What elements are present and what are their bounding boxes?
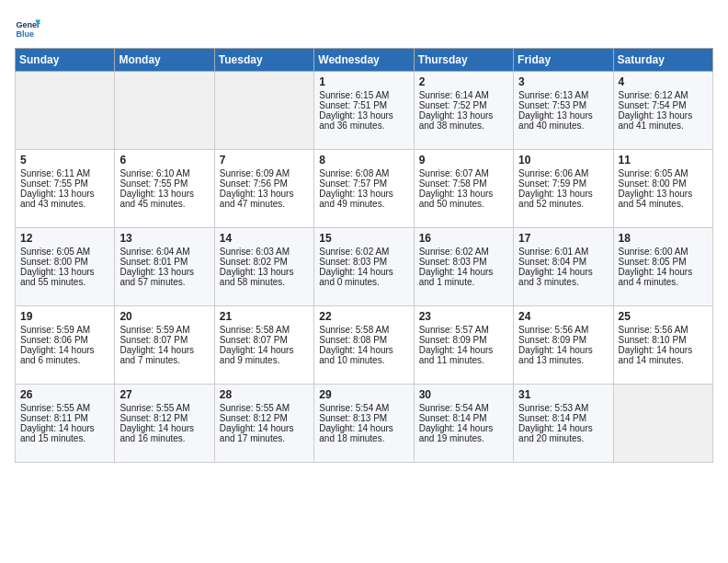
cell-text: and 3 minutes. (518, 277, 608, 287)
cell-text: Daylight: 13 hours (220, 189, 309, 199)
cell-text: Sunrise: 6:10 AM (119, 168, 209, 178)
calendar-cell (115, 72, 214, 150)
cell-text: Sunset: 8:09 PM (518, 335, 608, 345)
cell-text: Sunrise: 5:59 AM (119, 325, 209, 335)
cell-text: Sunrise: 5:56 AM (619, 325, 708, 335)
cell-text: and 0 minutes. (319, 277, 408, 287)
cell-text: Sunrise: 6:05 AM (20, 247, 109, 257)
cell-text: and 4 minutes. (619, 277, 708, 287)
day-number: 18 (619, 232, 708, 245)
cell-text: and 43 minutes. (20, 199, 109, 209)
cell-text: Daylight: 14 hours (419, 423, 508, 433)
cell-text: Sunrise: 6:05 AM (619, 168, 708, 178)
cell-text: Sunset: 7:51 PM (319, 100, 408, 110)
cell-text: Sunset: 8:08 PM (319, 335, 408, 345)
calendar-table: SundayMondayTuesdayWednesdayThursdayFrid… (15, 48, 713, 463)
cell-text: and 19 minutes. (419, 433, 508, 443)
cell-text: Daylight: 14 hours (419, 267, 508, 277)
cell-text: Daylight: 14 hours (20, 423, 109, 433)
day-number: 15 (319, 232, 408, 245)
calendar-cell: 22Sunrise: 5:58 AMSunset: 8:08 PMDayligh… (314, 306, 414, 385)
day-number: 28 (220, 388, 309, 401)
day-number: 8 (319, 154, 408, 167)
day-number: 21 (220, 310, 309, 323)
cell-text: Sunrise: 5:55 AM (220, 403, 309, 413)
cell-text: Daylight: 14 hours (119, 345, 209, 355)
cell-text: Sunset: 7:59 PM (518, 178, 608, 189)
calendar-cell: 13Sunrise: 6:04 AMSunset: 8:01 PMDayligh… (115, 228, 214, 306)
cell-text: Sunset: 7:54 PM (619, 100, 708, 110)
cell-text: Sunset: 8:02 PM (220, 257, 309, 267)
svg-text:Blue: Blue (16, 29, 34, 39)
calendar-cell: 19Sunrise: 5:59 AMSunset: 8:06 PMDayligh… (16, 306, 115, 385)
cell-text: Sunrise: 6:03 AM (220, 247, 309, 257)
day-number: 4 (619, 75, 708, 88)
cell-text: Sunrise: 5:58 AM (220, 325, 309, 335)
week-row-3: 12Sunrise: 6:05 AMSunset: 8:00 PMDayligh… (16, 228, 713, 306)
cell-text: and 9 minutes. (220, 355, 309, 365)
calendar-cell: 7Sunrise: 6:09 AMSunset: 7:56 PMDaylight… (214, 150, 313, 228)
calendar-cell: 20Sunrise: 5:59 AMSunset: 8:07 PMDayligh… (115, 306, 214, 385)
cell-text: Sunset: 7:58 PM (419, 178, 508, 189)
cell-text: and 15 minutes. (20, 433, 109, 443)
cell-text: Sunrise: 6:06 AM (518, 168, 608, 178)
calendar-cell: 30Sunrise: 5:54 AMSunset: 8:14 PMDayligh… (414, 385, 513, 463)
cell-text: Daylight: 14 hours (619, 345, 708, 355)
column-header-friday: Friday (514, 49, 613, 72)
calendar-cell: 8Sunrise: 6:08 AMSunset: 7:57 PMDaylight… (314, 150, 414, 228)
calendar-cell: 17Sunrise: 6:01 AMSunset: 8:04 PMDayligh… (514, 228, 613, 306)
cell-text: and 40 minutes. (518, 121, 608, 131)
calendar-cell: 16Sunrise: 6:02 AMSunset: 8:03 PMDayligh… (414, 228, 513, 306)
day-number: 30 (419, 388, 508, 401)
cell-text: and 17 minutes. (220, 433, 309, 443)
cell-text: and 10 minutes. (319, 355, 408, 365)
day-number: 3 (518, 75, 608, 88)
calendar-cell: 2Sunrise: 6:14 AMSunset: 7:52 PMDaylight… (414, 72, 513, 150)
cell-text: Sunset: 8:12 PM (220, 413, 309, 423)
cell-text: Sunrise: 5:53 AM (518, 403, 608, 413)
cell-text: Daylight: 13 hours (319, 189, 408, 199)
cell-text: Daylight: 13 hours (619, 110, 708, 121)
day-number: 9 (419, 154, 508, 167)
cell-text: Sunrise: 5:58 AM (319, 325, 408, 335)
calendar-cell: 26Sunrise: 5:55 AMSunset: 8:11 PMDayligh… (16, 385, 115, 463)
day-number: 22 (319, 310, 408, 323)
cell-text: Sunset: 7:55 PM (119, 178, 209, 189)
cell-text: and 36 minutes. (319, 121, 408, 131)
day-number: 31 (518, 388, 608, 401)
calendar-cell (16, 72, 115, 150)
cell-text: Daylight: 13 hours (619, 189, 708, 199)
day-number: 1 (319, 75, 408, 88)
cell-text: and 38 minutes. (419, 121, 508, 131)
cell-text: Daylight: 14 hours (220, 423, 309, 433)
cell-text: Daylight: 13 hours (220, 267, 309, 277)
calendar-cell: 27Sunrise: 5:55 AMSunset: 8:12 PMDayligh… (115, 385, 214, 463)
calendar-cell (214, 72, 313, 150)
calendar-cell: 6Sunrise: 6:10 AMSunset: 7:55 PMDaylight… (115, 150, 214, 228)
cell-text: Sunset: 7:52 PM (419, 100, 508, 110)
calendar-body: 1Sunrise: 6:15 AMSunset: 7:51 PMDaylight… (16, 72, 713, 463)
calendar-cell: 10Sunrise: 6:06 AMSunset: 7:59 PMDayligh… (514, 150, 613, 228)
cell-text: and 50 minutes. (419, 199, 508, 209)
cell-text: Sunrise: 5:59 AM (20, 325, 109, 335)
day-number: 19 (20, 310, 109, 323)
calendar-cell: 21Sunrise: 5:58 AMSunset: 8:07 PMDayligh… (214, 306, 313, 385)
cell-text: Daylight: 13 hours (119, 267, 209, 277)
cell-text: and 47 minutes. (220, 199, 309, 209)
cell-text: Sunrise: 5:55 AM (119, 403, 209, 413)
cell-text: Sunset: 7:53 PM (518, 100, 608, 110)
cell-text: Sunrise: 5:54 AM (419, 403, 508, 413)
calendar-cell: 24Sunrise: 5:56 AMSunset: 8:09 PMDayligh… (514, 306, 613, 385)
cell-text: Daylight: 13 hours (319, 110, 408, 121)
cell-text: and 45 minutes. (119, 199, 209, 209)
cell-text: Sunset: 8:14 PM (419, 413, 508, 423)
cell-text: Sunset: 8:01 PM (119, 257, 209, 267)
cell-text: Daylight: 14 hours (518, 345, 608, 355)
cell-text: Sunset: 8:13 PM (319, 413, 408, 423)
cell-text: Sunset: 8:12 PM (119, 413, 209, 423)
cell-text: Sunrise: 5:55 AM (20, 403, 109, 413)
cell-text: Sunrise: 6:11 AM (20, 168, 109, 178)
cell-text: Sunset: 7:56 PM (220, 178, 309, 189)
cell-text: and 11 minutes. (419, 355, 508, 365)
cell-text: Sunrise: 6:08 AM (319, 168, 408, 178)
